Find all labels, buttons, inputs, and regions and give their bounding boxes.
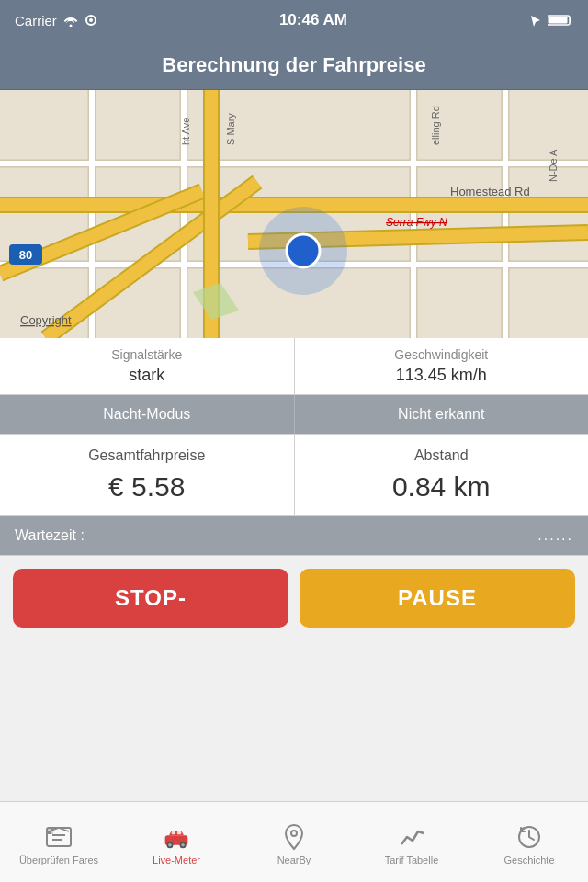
tab-check-fares[interactable]: Überprüfen Fares xyxy=(0,816,118,869)
nav-bar: Berechnung der Fahrpreise xyxy=(0,40,588,90)
svg-point-37 xyxy=(287,234,320,267)
svg-rect-44 xyxy=(48,831,51,834)
tab-nearby-label: NearBy xyxy=(277,854,311,865)
night-mode-value: Nicht erkannt xyxy=(398,406,484,422)
activity-icon xyxy=(85,14,97,27)
tab-live-meter[interactable]: Live-Meter xyxy=(118,816,235,869)
speed-label: Geschwindigkeit xyxy=(310,347,574,362)
total-fare-cell: Gesamtfahrpreise € 5.58 xyxy=(0,435,295,515)
distance-cell: Abstand 0.84 km xyxy=(295,435,589,515)
signal-speed-row: Signalstärke stark Geschwindigkeit 113.4… xyxy=(0,338,588,395)
fare-distance-row: Gesamtfahrpreise € 5.58 Abstand 0.84 km xyxy=(0,435,588,516)
svg-text:elling Rd: elling Rd xyxy=(430,106,441,145)
tab-bar: Überprüfen Fares Live-Meter xyxy=(0,801,588,882)
total-fare-label: Gesamtfahrpreise xyxy=(15,447,279,464)
action-buttons: STOP- PAUSE xyxy=(0,556,588,640)
wait-time-value: ...... xyxy=(537,527,573,544)
nav-title: Berechnung der Fahrpreise xyxy=(162,53,425,77)
battery-icon xyxy=(548,14,573,27)
tab-geschichte[interactable]: Geschichte xyxy=(470,816,588,869)
stop-button[interactable]: STOP- xyxy=(13,569,288,628)
total-fare-value: € 5.58 xyxy=(15,471,279,503)
svg-text:Serra Fwy N: Serra Fwy N xyxy=(386,216,447,229)
night-mode-label: Nacht-Modus xyxy=(103,406,190,422)
svg-point-52 xyxy=(291,831,297,836)
status-right xyxy=(529,14,573,27)
svg-text:ht Ave: ht Ave xyxy=(180,118,191,145)
svg-rect-47 xyxy=(177,831,181,834)
night-mode-label-cell: Nacht-Modus xyxy=(0,395,295,434)
nearby-icon xyxy=(280,823,308,851)
tab-nearby[interactable]: NearBy xyxy=(235,816,353,869)
svg-rect-46 xyxy=(172,831,175,834)
svg-text:S Mary: S Mary xyxy=(225,113,236,145)
signal-cell: Signalstärke stark xyxy=(0,338,295,394)
night-mode-row: Nacht-Modus Nicht erkannt xyxy=(0,395,588,435)
svg-point-49 xyxy=(168,843,172,847)
speed-cell: Geschwindigkeit 113.45 km/h xyxy=(295,338,589,394)
geschichte-icon xyxy=(515,823,543,851)
status-time: 10:46 AM xyxy=(279,11,347,29)
speed-value: 113.45 km/h xyxy=(310,366,574,385)
svg-text:80: 80 xyxy=(19,248,32,262)
signal-label: Signalstärke xyxy=(15,347,279,362)
wifi-icon xyxy=(62,14,79,27)
svg-rect-3 xyxy=(548,17,567,24)
svg-text:N-De A: N-De A xyxy=(548,149,559,182)
check-fares-icon xyxy=(45,823,73,851)
night-mode-value-cell: Nicht erkannt xyxy=(295,395,589,434)
info-grid: Signalstärke stark Geschwindigkeit 113.4… xyxy=(0,338,588,556)
svg-rect-43 xyxy=(51,829,53,831)
wait-time-label: Wartezeit : xyxy=(15,527,85,544)
pause-button[interactable]: PAUSE xyxy=(300,569,575,628)
status-left: Carrier xyxy=(15,13,97,28)
tab-tarif-tabelle-label: Tarif Tabelle xyxy=(385,854,439,865)
carrier-label: Carrier xyxy=(15,13,57,28)
svg-text:Homestead Rd: Homestead Rd xyxy=(450,185,530,198)
distance-label: Abstand xyxy=(310,447,574,464)
svg-point-51 xyxy=(181,843,185,847)
svg-text:Copyright: Copyright xyxy=(20,313,72,327)
map-container: 80 Homestead Rd Serra Fwy N ht Ave S Mar… xyxy=(0,90,588,338)
distance-value: 0.84 km xyxy=(310,471,574,503)
svg-point-1 xyxy=(89,18,93,22)
wait-time-row: Wartezeit : ...... xyxy=(0,516,588,556)
tarif-tabelle-icon xyxy=(398,823,425,851)
tab-geschichte-label: Geschichte xyxy=(503,854,554,865)
status-bar: Carrier 10:46 AM xyxy=(0,0,588,40)
location-arrow-icon xyxy=(529,14,542,27)
map-svg: 80 Homestead Rd Serra Fwy N ht Ave S Mar… xyxy=(0,90,588,338)
tab-tarif-tabelle[interactable]: Tarif Tabelle xyxy=(353,816,470,869)
tab-check-fares-label: Überprüfen Fares xyxy=(19,854,98,865)
live-meter-icon xyxy=(163,823,190,851)
tab-live-meter-label: Live-Meter xyxy=(153,854,200,865)
signal-value: stark xyxy=(15,366,279,385)
